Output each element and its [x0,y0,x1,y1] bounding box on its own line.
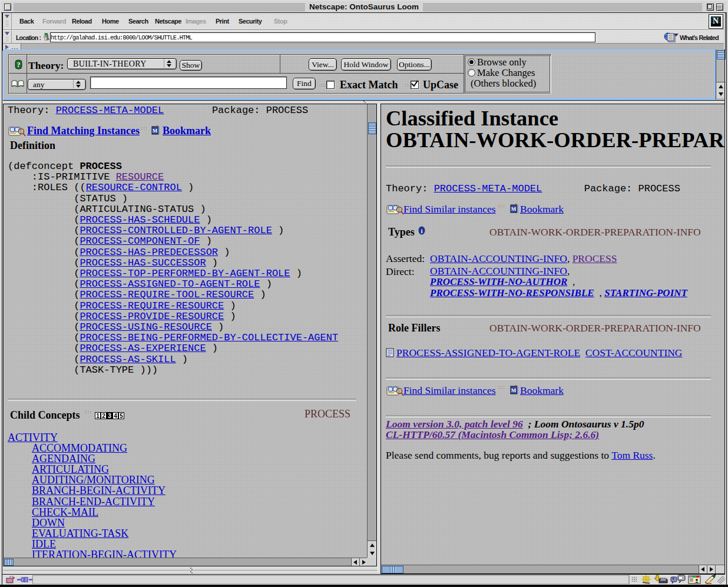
svg-text:M: M [511,387,517,393]
svg-text:?: ? [17,61,21,69]
svg-text:i: i [421,227,422,234]
svg-text:M: M [153,128,158,134]
svg-text:M: M [511,206,517,212]
